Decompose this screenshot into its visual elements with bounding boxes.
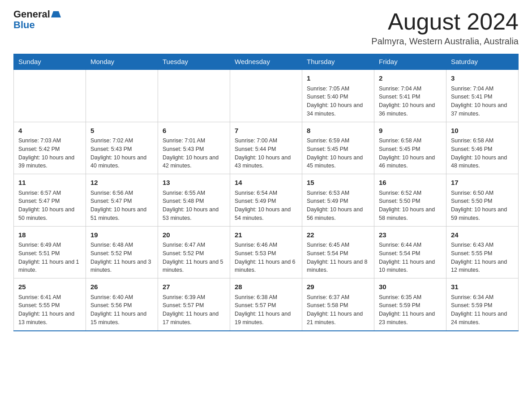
calendar-cell — [14, 69, 86, 122]
logo: General Blue — [13, 9, 61, 30]
calendar-cell: 7Sunrise: 7:00 AMSunset: 5:44 PMDaylight… — [230, 122, 302, 174]
day-info: Sunrise: 6:52 AMSunset: 5:50 PMDaylight:… — [379, 189, 442, 223]
day-number: 11 — [18, 178, 81, 188]
title-area: August 2024 Palmyra, Western Australia, … — [371, 9, 519, 47]
calendar-cell: 15Sunrise: 6:53 AMSunset: 5:49 PMDayligh… — [302, 174, 374, 227]
day-number: 6 — [163, 126, 225, 136]
calendar-cell: 31Sunrise: 6:34 AMSunset: 5:59 PMDayligh… — [446, 278, 519, 331]
calendar-week-row: 18Sunrise: 6:49 AMSunset: 5:51 PMDayligh… — [14, 226, 519, 278]
day-info: Sunrise: 6:35 AMSunset: 5:59 PMDaylight:… — [379, 293, 442, 327]
day-info: Sunrise: 7:05 AMSunset: 5:40 PMDaylight:… — [307, 85, 369, 118]
day-info: Sunrise: 6:56 AMSunset: 5:47 PMDaylight:… — [90, 189, 153, 223]
day-info: Sunrise: 7:01 AMSunset: 5:43 PMDaylight:… — [163, 137, 225, 170]
day-number: 4 — [18, 126, 81, 136]
day-info: Sunrise: 6:46 AMSunset: 5:53 PMDaylight:… — [235, 241, 297, 274]
day-info: Sunrise: 7:04 AMSunset: 5:41 PMDaylight:… — [379, 85, 442, 118]
column-header-thursday: Thursday — [302, 54, 374, 70]
day-info: Sunrise: 6:54 AMSunset: 5:49 PMDaylight:… — [235, 189, 297, 223]
day-number: 23 — [379, 230, 442, 240]
calendar-cell: 1Sunrise: 7:05 AMSunset: 5:40 PMDaylight… — [302, 69, 374, 122]
day-info: Sunrise: 6:40 AMSunset: 5:56 PMDaylight:… — [90, 293, 153, 327]
day-number: 8 — [307, 126, 369, 136]
calendar-week-row: 1Sunrise: 7:05 AMSunset: 5:40 PMDaylight… — [14, 69, 519, 122]
day-info: Sunrise: 6:57 AMSunset: 5:47 PMDaylight:… — [18, 189, 81, 223]
day-info: Sunrise: 6:45 AMSunset: 5:54 PMDaylight:… — [307, 241, 369, 274]
day-number: 13 — [163, 178, 225, 188]
day-number: 16 — [379, 178, 442, 188]
calendar-cell: 25Sunrise: 6:41 AMSunset: 5:55 PMDayligh… — [14, 278, 86, 331]
day-info: Sunrise: 6:48 AMSunset: 5:52 PMDaylight:… — [90, 241, 153, 274]
month-title: August 2024 — [371, 9, 519, 34]
page-header: General Blue August 2024 Palmyra, Wester… — [13, 9, 519, 47]
day-info: Sunrise: 6:47 AMSunset: 5:52 PMDaylight:… — [163, 241, 225, 274]
day-number: 25 — [18, 282, 81, 292]
calendar-cell: 23Sunrise: 6:44 AMSunset: 5:54 PMDayligh… — [374, 226, 446, 278]
day-info: Sunrise: 6:59 AMSunset: 5:45 PMDaylight:… — [307, 137, 369, 170]
day-number: 28 — [235, 282, 297, 292]
day-number: 3 — [451, 73, 514, 84]
calendar-cell: 29Sunrise: 6:37 AMSunset: 5:58 PMDayligh… — [302, 278, 374, 331]
day-info: Sunrise: 6:55 AMSunset: 5:48 PMDaylight:… — [163, 189, 225, 223]
column-header-monday: Monday — [86, 54, 158, 70]
day-info: Sunrise: 7:02 AMSunset: 5:43 PMDaylight:… — [90, 137, 153, 170]
day-number: 7 — [235, 126, 297, 136]
day-info: Sunrise: 7:03 AMSunset: 5:42 PMDaylight:… — [18, 137, 81, 170]
day-number: 20 — [163, 230, 225, 240]
calendar-cell: 26Sunrise: 6:40 AMSunset: 5:56 PMDayligh… — [86, 278, 158, 331]
logo-blue-text: Blue — [13, 20, 61, 30]
calendar-cell — [230, 69, 302, 122]
calendar-cell: 22Sunrise: 6:45 AMSunset: 5:54 PMDayligh… — [302, 226, 374, 278]
svg-marker-0 — [51, 11, 61, 17]
calendar-cell: 30Sunrise: 6:35 AMSunset: 5:59 PMDayligh… — [374, 278, 446, 331]
calendar-cell: 27Sunrise: 6:39 AMSunset: 5:57 PMDayligh… — [158, 278, 230, 331]
day-number: 2 — [379, 73, 442, 84]
calendar-cell: 5Sunrise: 7:02 AMSunset: 5:43 PMDaylight… — [86, 122, 158, 174]
calendar-cell: 11Sunrise: 6:57 AMSunset: 5:47 PMDayligh… — [14, 174, 86, 227]
column-header-friday: Friday — [374, 54, 446, 70]
day-info: Sunrise: 6:34 AMSunset: 5:59 PMDaylight:… — [451, 293, 514, 327]
location-title: Palmyra, Western Australia, Australia — [371, 36, 519, 47]
calendar-cell: 28Sunrise: 6:38 AMSunset: 5:57 PMDayligh… — [230, 278, 302, 331]
day-number: 27 — [163, 282, 225, 292]
day-number: 30 — [379, 282, 442, 292]
calendar-cell — [86, 69, 158, 122]
calendar-cell: 24Sunrise: 6:43 AMSunset: 5:55 PMDayligh… — [446, 226, 519, 278]
calendar-cell: 9Sunrise: 6:58 AMSunset: 5:45 PMDaylight… — [374, 122, 446, 174]
day-info: Sunrise: 6:53 AMSunset: 5:49 PMDaylight:… — [307, 189, 369, 223]
calendar-cell: 13Sunrise: 6:55 AMSunset: 5:48 PMDayligh… — [158, 174, 230, 227]
calendar-cell: 18Sunrise: 6:49 AMSunset: 5:51 PMDayligh… — [14, 226, 86, 278]
day-info: Sunrise: 6:43 AMSunset: 5:55 PMDaylight:… — [451, 241, 514, 274]
day-info: Sunrise: 6:37 AMSunset: 5:58 PMDaylight:… — [307, 293, 369, 327]
day-number: 9 — [379, 126, 442, 136]
logo-triangle-icon — [51, 9, 61, 19]
day-number: 19 — [90, 230, 153, 240]
day-number: 21 — [235, 230, 297, 240]
day-info: Sunrise: 6:58 AMSunset: 5:46 PMDaylight:… — [451, 137, 514, 170]
calendar-cell: 16Sunrise: 6:52 AMSunset: 5:50 PMDayligh… — [374, 174, 446, 227]
calendar-cell: 19Sunrise: 6:48 AMSunset: 5:52 PMDayligh… — [86, 226, 158, 278]
day-number: 17 — [451, 178, 514, 188]
day-info: Sunrise: 6:49 AMSunset: 5:51 PMDaylight:… — [18, 241, 81, 274]
day-number: 29 — [307, 282, 369, 292]
calendar-cell: 20Sunrise: 6:47 AMSunset: 5:52 PMDayligh… — [158, 226, 230, 278]
day-info: Sunrise: 7:04 AMSunset: 5:41 PMDaylight:… — [451, 85, 514, 118]
calendar-cell: 12Sunrise: 6:56 AMSunset: 5:47 PMDayligh… — [86, 174, 158, 227]
calendar-cell: 3Sunrise: 7:04 AMSunset: 5:41 PMDaylight… — [446, 69, 519, 122]
day-number: 31 — [451, 282, 514, 292]
calendar-week-row: 25Sunrise: 6:41 AMSunset: 5:55 PMDayligh… — [14, 278, 519, 331]
day-info: Sunrise: 6:44 AMSunset: 5:54 PMDaylight:… — [379, 241, 442, 274]
calendar-week-row: 4Sunrise: 7:03 AMSunset: 5:42 PMDaylight… — [14, 122, 519, 174]
column-header-saturday: Saturday — [446, 54, 519, 70]
calendar-table: SundayMondayTuesdayWednesdayThursdayFrid… — [13, 54, 519, 331]
calendar-cell: 8Sunrise: 6:59 AMSunset: 5:45 PMDaylight… — [302, 122, 374, 174]
calendar-cell: 10Sunrise: 6:58 AMSunset: 5:46 PMDayligh… — [446, 122, 519, 174]
day-number: 12 — [90, 178, 153, 188]
calendar-cell: 2Sunrise: 7:04 AMSunset: 5:41 PMDaylight… — [374, 69, 446, 122]
calendar-week-row: 11Sunrise: 6:57 AMSunset: 5:47 PMDayligh… — [14, 174, 519, 227]
calendar-header-row: SundayMondayTuesdayWednesdayThursdayFrid… — [14, 54, 519, 70]
calendar-cell — [158, 69, 230, 122]
day-info: Sunrise: 6:58 AMSunset: 5:45 PMDaylight:… — [379, 137, 442, 170]
column-header-wednesday: Wednesday — [230, 54, 302, 70]
column-header-sunday: Sunday — [14, 54, 86, 70]
day-number: 24 — [451, 230, 514, 240]
